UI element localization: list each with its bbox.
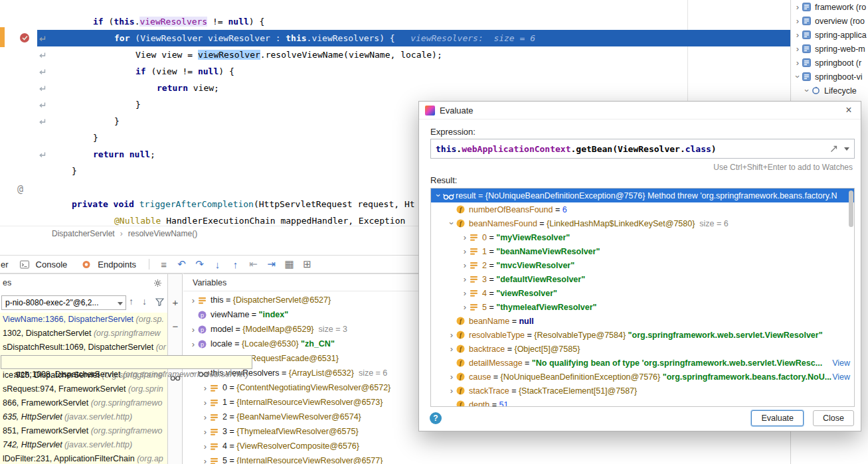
dialog-titlebar[interactable]: Evaluate [419, 102, 861, 119]
breakpoint-icon[interactable] [20, 33, 29, 42]
thread-selector[interactable]: p-nio-8080-exec-2"@6,2... [1, 295, 126, 310]
settings-icon[interactable] [153, 279, 162, 289]
chevron-right-icon[interactable]: › [447, 344, 456, 354]
tab-endpoints[interactable]: Endpoints [74, 256, 143, 273]
frames-tab-partial[interactable]: es [3, 278, 11, 287]
stack-frame-row[interactable]: 742, HttpServlet (javax.servlet.http) [0, 438, 167, 452]
chevron-right-icon[interactable]: › [189, 325, 198, 335]
chevron-right-icon[interactable]: › [447, 372, 456, 382]
gutter-marker-icon[interactable] [39, 150, 46, 158]
run-to-cursor-icon[interactable]: ⇥ [262, 257, 280, 271]
drop-frame-icon[interactable]: ⇤ [244, 257, 262, 271]
chevron-right-icon[interactable]: › [201, 441, 210, 451]
result-tree-row[interactable]: ›4 = "viewResolver" [431, 286, 854, 300]
chevron-down-icon[interactable]: › [434, 191, 444, 200]
chevron-down-icon[interactable]: › [793, 72, 803, 82]
chevron-right-icon[interactable]: › [201, 383, 210, 393]
add-watch-icon[interactable]: + [170, 297, 181, 307]
step-into-icon[interactable]: ↓ [209, 257, 226, 271]
stack-frame-row[interactable]: 866, FrameworkServlet (org.springframewo [0, 396, 167, 410]
chevron-right-icon[interactable]: › [460, 260, 470, 270]
chevron-right-icon[interactable]: › [189, 339, 198, 349]
view-link[interactable]: View [832, 358, 850, 368]
stack-frame-row[interactable]: 1302, DispatcherServlet (org.springframe… [0, 327, 167, 341]
project-tree-item[interactable]: ›framework (ro [791, 0, 868, 14]
chevron-right-icon[interactable]: › [447, 386, 456, 396]
show-execution-point-icon[interactable]: ↶ [173, 257, 191, 271]
chevron-right-icon[interactable]: › [460, 274, 470, 284]
step-over-icon[interactable]: ↷ [191, 257, 209, 271]
result-tree-row[interactable]: ›1 = "beanNameViewResolver" [431, 244, 854, 258]
gutter-marker-icon[interactable] [39, 84, 46, 92]
chevron-right-icon[interactable]: › [189, 295, 198, 305]
project-tree-item[interactable]: ›spring-web-m [791, 42, 868, 56]
layout-menu-icon[interactable]: ≡ [155, 257, 173, 271]
close-button[interactable]: Close [813, 410, 854, 426]
chevron-down-icon[interactable]: › [802, 86, 812, 96]
project-tree-item[interactable]: ›spring-applica [791, 28, 868, 42]
result-tree-row[interactable]: ›0 = "myViewResolver" [431, 230, 854, 244]
result-tree-row[interactable]: fnumberOfBeansFound = 6 [431, 202, 854, 216]
chevron-right-icon[interactable]: › [201, 427, 210, 437]
chevron-right-icon[interactable]: › [460, 302, 470, 312]
result-tree-row[interactable]: fbeanName = null [431, 314, 854, 328]
frame-down-icon[interactable]: ↓ [142, 296, 147, 307]
result-tree-row[interactable]: ›result = {NoUniqueBeanDefinitionExcepti… [431, 189, 854, 202]
remove-watch-icon[interactable]: − [170, 321, 181, 331]
chevron-down-icon[interactable] [844, 147, 849, 151]
result-tree-row[interactable]: ›fcause = {NoUniqueBeanDefinitionExcepti… [431, 370, 854, 384]
project-tree-item[interactable]: ›springboot (r [791, 56, 868, 70]
expression-input[interactable]: this.webApplicationContext.getBean(ViewR… [430, 139, 855, 159]
expand-icon[interactable] [828, 145, 839, 153]
chevron-right-icon[interactable]: › [447, 330, 456, 340]
evaluate-button[interactable]: Evaluate [751, 410, 804, 426]
result-tree-row[interactable]: fdetailMessage = "No qualifying bean of … [431, 356, 854, 370]
step-out-icon[interactable]: ↑ [226, 257, 244, 271]
view-link[interactable]: View [832, 372, 850, 382]
chevron-right-icon[interactable]: › [793, 30, 802, 40]
gutter-marker-icon[interactable] [39, 67, 46, 75]
chevron-right-icon[interactable]: › [793, 2, 802, 12]
stack-frame-row[interactable]: sDispatchResult:1069, DispatcherServlet … [0, 341, 167, 354]
chevron-right-icon[interactable]: › [201, 456, 210, 464]
filter-icon[interactable] [155, 297, 164, 308]
stack-frame-row[interactable]: 851, FrameworkServlet (org.springframewo [0, 424, 167, 438]
result-tree-row[interactable]: ›2 = "mvcViewResolver" [431, 258, 854, 272]
gutter-marker-icon[interactable] [39, 50, 46, 58]
result-tree-row[interactable]: ›5 = "thymeleafViewResolver" [431, 300, 854, 314]
project-tree-item[interactable]: ›springboot-vi [791, 70, 868, 84]
gutter-marker-icon[interactable] [39, 117, 46, 125]
view-breakpoints-icon[interactable]: ▦ [280, 257, 298, 271]
tab-debugger-partial[interactable]: er [0, 260, 13, 270]
chevron-right-icon[interactable]: › [793, 16, 802, 26]
scrollbar-thumb[interactable] [849, 191, 853, 227]
breadcrumb-item-class[interactable]: DispatcherServlet [52, 229, 115, 238]
chevron-right-icon[interactable]: › [793, 58, 802, 68]
gutter-marker-icon[interactable] [39, 34, 46, 42]
result-tree-row[interactable]: ›fstackTrace = {StackTraceElement[51]@75… [431, 384, 854, 398]
stack-frame-row[interactable]: sRequest:974, FrameworkServlet (org.spri… [0, 382, 167, 396]
project-tree-item[interactable]: ›Lifecycle [791, 84, 868, 98]
tab-console[interactable]: Console [13, 256, 75, 273]
variable-row[interactable]: ›4 = {ViewResolverComposite@6576} [183, 439, 790, 453]
evaluate-expression-icon[interactable]: ⊞ [298, 257, 316, 271]
help-icon[interactable] [430, 412, 442, 424]
gutter-marker-icon[interactable] [39, 100, 46, 108]
chevron-right-icon[interactable]: › [460, 232, 470, 242]
result-tree-row[interactable]: ›3 = "defaultViewResolver" [431, 272, 854, 286]
close-icon[interactable] [843, 104, 855, 116]
stack-frame-row[interactable]: lDoFilter:231, ApplicationFilterChain (o… [0, 452, 167, 464]
breadcrumb-item-method[interactable]: resolveViewName() [128, 229, 197, 238]
result-tree-row[interactable]: ›fbeanNamesFound = {LinkedHashMap$Linked… [431, 216, 854, 230]
frame-up-icon[interactable]: ↑ [129, 296, 133, 307]
chevron-right-icon[interactable]: › [460, 246, 470, 256]
stack-frame-row[interactable]: ViewName:1366, DispatcherServlet (org.sp… [0, 313, 167, 327]
chevron-right-icon[interactable]: › [201, 412, 210, 422]
chevron-right-icon[interactable]: › [793, 44, 802, 54]
result-tree-row[interactable]: ›fbacktrace = {Object[5]@7585} [431, 342, 854, 356]
project-tree-item[interactable]: ›overview (roo [791, 14, 868, 28]
chevron-right-icon[interactable]: › [460, 288, 470, 298]
variable-row[interactable]: ›5 = {InternalResourceViewResolver@6577} [183, 453, 790, 464]
result-tree-row[interactable]: ›fresolvableType = {ResolvableType@7584}… [431, 328, 854, 342]
chevron-right-icon[interactable]: › [201, 398, 210, 408]
